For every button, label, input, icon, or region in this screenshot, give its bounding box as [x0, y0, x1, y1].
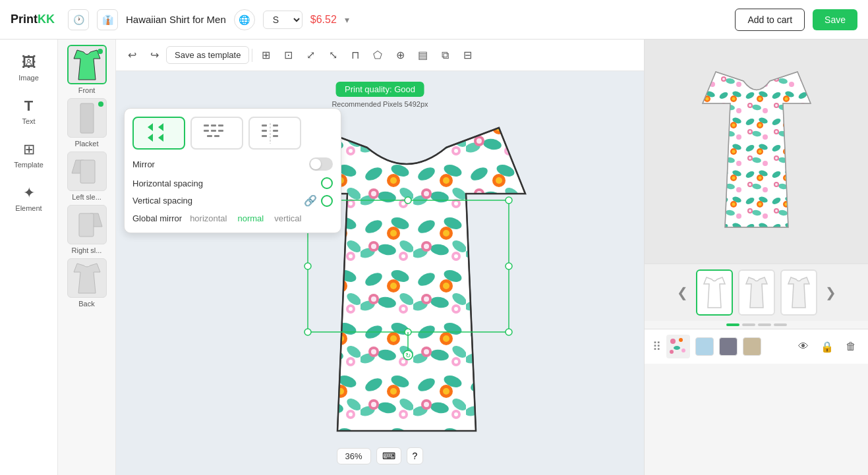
- part-thumb-left-sleeve[interactable]: [67, 152, 107, 191]
- translate-btn[interactable]: 🌐: [234, 9, 255, 30]
- view-tabs: ❮ ❯: [645, 264, 868, 321]
- copy-btn[interactable]: ⧉: [434, 45, 455, 66]
- part-thumb-right-sleeve[interactable]: [67, 205, 107, 244]
- layer-lock-btn[interactable]: 🔒: [818, 337, 836, 356]
- layer-color-3[interactable]: [743, 337, 761, 356]
- horizontal-spacing-circle[interactable]: [321, 177, 333, 189]
- part-thumb-placket[interactable]: [67, 98, 107, 138]
- layer-pattern-preview: [668, 336, 689, 357]
- grid-btn[interactable]: ⊞: [255, 45, 276, 66]
- view-front-icon: [701, 275, 728, 311]
- pattern-btn[interactable]: ▤: [412, 45, 433, 66]
- right-panel: ❮ ❯ ⠿: [644, 40, 868, 475]
- right-sleeve-icon: [71, 207, 103, 243]
- part-thumb-front[interactable]: [67, 45, 107, 84]
- path-btn[interactable]: ⬠: [367, 45, 388, 66]
- quality-badge: Print quality: Good: [335, 82, 424, 97]
- dot-3: [758, 323, 771, 326]
- gm-opt-vertical[interactable]: vertical: [272, 212, 304, 225]
- placket-dot: [98, 101, 103, 107]
- add-to-cart-button[interactable]: Add to cart: [735, 9, 805, 31]
- size-select[interactable]: SMLXL: [263, 11, 303, 29]
- layer-delete-btn[interactable]: 🗑: [842, 337, 860, 356]
- part-item-back[interactable]: Back: [63, 258, 111, 308]
- sidebar-item-element[interactable]: ✦ Element: [5, 178, 53, 219]
- more-btn[interactable]: ⊟: [457, 45, 478, 66]
- dot-1: [726, 323, 739, 326]
- divider-1: [252, 49, 252, 62]
- mirror-toggle[interactable]: [309, 157, 333, 171]
- view-next-btn[interactable]: ❯: [823, 282, 839, 303]
- back-shirt-icon: [71, 260, 103, 296]
- dot-4: [774, 323, 787, 326]
- keyboard-icon[interactable]: ⌨: [376, 447, 401, 464]
- svg-point-42: [304, 262, 311, 269]
- svg-rect-19: [273, 130, 278, 132]
- view-thumb-front[interactable]: [696, 269, 733, 316]
- history-back-btn[interactable]: 🕐: [68, 9, 89, 30]
- vertical-spacing-circle[interactable]: [321, 195, 333, 207]
- part-thumb-back[interactable]: [67, 258, 107, 298]
- price-dropdown[interactable]: ▾: [345, 14, 349, 25]
- svg-rect-0: [80, 103, 94, 133]
- svg-point-59: [670, 350, 674, 354]
- svg-rect-16: [262, 130, 267, 132]
- template-icon: ⊞: [23, 141, 35, 158]
- preview-shirt-svg: [691, 63, 823, 240]
- product-icon-btn[interactable]: 👔: [97, 9, 118, 30]
- view-thumb-back[interactable]: [780, 269, 817, 316]
- link-icon[interactable]: 🔗: [304, 194, 317, 207]
- merge-btn[interactable]: ⊕: [390, 45, 411, 66]
- save-button[interactable]: Save: [813, 9, 857, 30]
- undo-button[interactable]: ↩: [121, 45, 142, 66]
- sidebar-item-template[interactable]: ⊞ Template: [5, 134, 53, 175]
- layer-color-1[interactable]: [695, 337, 714, 356]
- layer-pattern-thumb: [666, 335, 690, 358]
- save-as-template-button[interactable]: Save as template: [166, 46, 249, 64]
- crop-btn[interactable]: ⊡: [277, 45, 299, 66]
- view-thumb-side[interactable]: [738, 269, 775, 316]
- expand-btn[interactable]: ⤢: [300, 45, 321, 66]
- global-mirror-row: Global mirror horizontal normal vertical: [132, 212, 333, 225]
- svg-point-37: [506, 196, 512, 203]
- view-prev-btn[interactable]: ❮: [674, 282, 691, 303]
- vertical-spacing-label: Vertical spacing: [132, 196, 192, 206]
- pattern-opt-mirror[interactable]: [248, 117, 301, 150]
- pattern-popup: Mirror Horizontal spacing Vertical spaci…: [124, 108, 341, 233]
- part-item-placket[interactable]: Placket: [63, 98, 111, 148]
- toolbar: ↩ ↪ Save as template ⊞ ⊡ ⤢ ⤡ ⊓ ⬠ ⊕ ▤ ⧉ ⊟: [116, 40, 644, 71]
- horizontal-spacing-control: [321, 177, 333, 189]
- part-item-right-sleeve[interactable]: Right sl...: [63, 205, 111, 254]
- left-sidebar: 🖼 Image T Text ⊞ Template ✦ Element: [0, 40, 58, 475]
- zoom-level: 36%: [337, 448, 371, 464]
- svg-rect-20: [273, 135, 278, 137]
- part-item-left-sleeve[interactable]: Left sle...: [63, 152, 111, 201]
- drag-handle[interactable]: ⠿: [652, 339, 661, 354]
- view-dots: [645, 321, 868, 329]
- mirror-label: Mirror: [132, 159, 155, 169]
- transform-btn[interactable]: ⊓: [345, 45, 366, 66]
- mirror-row: Mirror: [132, 157, 333, 171]
- front-dot: [98, 49, 103, 54]
- svg-rect-10: [204, 130, 209, 132]
- layer-color-2[interactable]: [719, 337, 738, 356]
- svg-rect-54: [691, 63, 823, 240]
- pattern-opt-halfdrop[interactable]: [190, 117, 243, 150]
- layer-eye-btn[interactable]: 👁: [794, 337, 813, 356]
- gm-opt-normal[interactable]: normal: [235, 212, 267, 225]
- canvas-area[interactable]: Mirror Horizontal spacing Vertical spaci…: [116, 71, 644, 475]
- product-name: Hawaiian Shirt for Men: [126, 14, 226, 25]
- horizontal-spacing-label: Horizontal spacing: [132, 179, 203, 188]
- svg-point-57: [674, 346, 680, 350]
- resize-btn[interactable]: ⤡: [322, 45, 343, 66]
- layer-controls: ⠿ 👁 🔒 🗑: [645, 329, 868, 364]
- help-icon[interactable]: ?: [407, 447, 424, 464]
- image-icon: 🖼: [22, 54, 36, 71]
- sidebar-item-text[interactable]: T Text: [5, 91, 53, 132]
- part-item-front[interactable]: Front: [63, 45, 111, 94]
- gm-opt-horizontal[interactable]: horizontal: [187, 212, 229, 225]
- sidebar-item-image[interactable]: 🖼 Image: [5, 47, 53, 88]
- pattern-opt-repeat[interactable]: [132, 117, 185, 150]
- text-icon: T: [24, 98, 33, 115]
- redo-button[interactable]: ↪: [144, 45, 165, 66]
